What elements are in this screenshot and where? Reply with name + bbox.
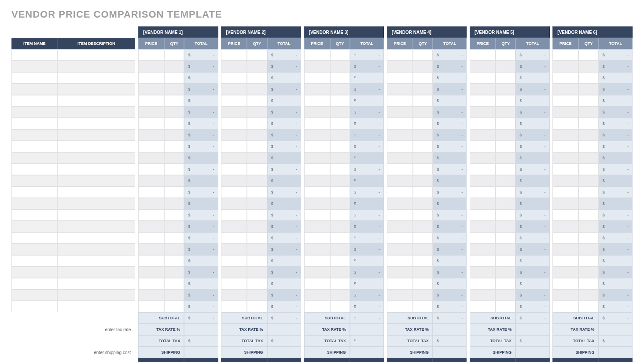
- price-cell[interactable]: [470, 198, 496, 209]
- qty-cell[interactable]: [247, 106, 267, 118]
- price-cell[interactable]: [552, 232, 578, 244]
- qty-cell[interactable]: [578, 95, 598, 106]
- price-cell[interactable]: [387, 106, 413, 118]
- item-description-cell[interactable]: [57, 141, 135, 152]
- price-cell[interactable]: [387, 164, 413, 175]
- qty-cell[interactable]: [247, 118, 267, 129]
- qty-cell[interactable]: [247, 244, 267, 255]
- price-cell[interactable]: [387, 255, 413, 267]
- price-cell[interactable]: [304, 244, 330, 255]
- qty-cell[interactable]: [330, 49, 350, 61]
- item-description-cell[interactable]: [57, 301, 135, 312]
- price-cell[interactable]: [138, 84, 164, 95]
- summary-value[interactable]: [267, 347, 301, 358]
- qty-cell[interactable]: [496, 61, 515, 72]
- qty-cell[interactable]: [578, 289, 598, 301]
- item-name-cell[interactable]: [11, 186, 57, 198]
- qty-cell[interactable]: [330, 84, 350, 95]
- qty-cell[interactable]: [164, 106, 184, 118]
- price-cell[interactable]: [552, 278, 578, 289]
- price-cell[interactable]: [138, 72, 164, 84]
- qty-cell[interactable]: [578, 152, 598, 164]
- qty-cell[interactable]: [330, 244, 350, 255]
- qty-cell[interactable]: [330, 232, 350, 244]
- price-cell[interactable]: [304, 278, 330, 289]
- price-cell[interactable]: [304, 72, 330, 84]
- summary-value[interactable]: [515, 324, 549, 335]
- item-description-cell[interactable]: [57, 267, 135, 278]
- price-cell[interactable]: [304, 164, 330, 175]
- summary-value[interactable]: [515, 347, 549, 358]
- price-cell[interactable]: [387, 221, 413, 232]
- qty-cell[interactable]: [330, 289, 350, 301]
- price-cell[interactable]: [387, 129, 413, 141]
- price-cell[interactable]: [221, 301, 247, 312]
- qty-cell[interactable]: [247, 221, 267, 232]
- price-cell[interactable]: [552, 72, 578, 84]
- item-description-cell[interactable]: [57, 255, 135, 267]
- price-cell[interactable]: [552, 61, 578, 72]
- price-cell[interactable]: [552, 84, 578, 95]
- qty-cell[interactable]: [330, 141, 350, 152]
- qty-cell[interactable]: [413, 267, 433, 278]
- price-cell[interactable]: [470, 244, 496, 255]
- price-cell[interactable]: [470, 289, 496, 301]
- price-cell[interactable]: [552, 175, 578, 186]
- qty-cell[interactable]: [330, 175, 350, 186]
- price-cell[interactable]: [304, 221, 330, 232]
- qty-cell[interactable]: [247, 301, 267, 312]
- item-description-cell[interactable]: [57, 118, 135, 129]
- qty-cell[interactable]: [164, 164, 184, 175]
- price-cell[interactable]: [387, 61, 413, 72]
- qty-cell[interactable]: [164, 141, 184, 152]
- price-cell[interactable]: [552, 209, 578, 221]
- qty-cell[interactable]: [496, 152, 515, 164]
- price-cell[interactable]: [552, 198, 578, 209]
- item-description-cell[interactable]: [57, 49, 135, 61]
- qty-cell[interactable]: [578, 232, 598, 244]
- qty-cell[interactable]: [413, 49, 433, 61]
- qty-cell[interactable]: [330, 198, 350, 209]
- qty-cell[interactable]: [413, 255, 433, 267]
- price-cell[interactable]: [304, 198, 330, 209]
- qty-cell[interactable]: [496, 141, 515, 152]
- price-cell[interactable]: [304, 49, 330, 61]
- price-cell[interactable]: [552, 129, 578, 141]
- price-cell[interactable]: [470, 164, 496, 175]
- item-name-cell[interactable]: [11, 61, 57, 72]
- price-cell[interactable]: [304, 255, 330, 267]
- qty-cell[interactable]: [247, 49, 267, 61]
- price-cell[interactable]: [138, 232, 164, 244]
- price-cell[interactable]: [304, 301, 330, 312]
- item-description-cell[interactable]: [57, 198, 135, 209]
- summary-value[interactable]: [433, 347, 467, 358]
- qty-cell[interactable]: [578, 72, 598, 84]
- qty-cell[interactable]: [413, 84, 433, 95]
- item-name-cell[interactable]: [11, 49, 57, 61]
- qty-cell[interactable]: [578, 267, 598, 278]
- qty-cell[interactable]: [578, 61, 598, 72]
- qty-cell[interactable]: [413, 118, 433, 129]
- qty-cell[interactable]: [247, 278, 267, 289]
- price-cell[interactable]: [387, 244, 413, 255]
- qty-cell[interactable]: [330, 129, 350, 141]
- price-cell[interactable]: [221, 289, 247, 301]
- qty-cell[interactable]: [496, 255, 515, 267]
- qty-cell[interactable]: [247, 141, 267, 152]
- price-cell[interactable]: [552, 95, 578, 106]
- item-description-cell[interactable]: [57, 95, 135, 106]
- qty-cell[interactable]: [578, 209, 598, 221]
- qty-cell[interactable]: [247, 198, 267, 209]
- item-name-cell[interactable]: [11, 221, 57, 232]
- item-name-cell[interactable]: [11, 95, 57, 106]
- qty-cell[interactable]: [247, 95, 267, 106]
- price-cell[interactable]: [387, 84, 413, 95]
- qty-cell[interactable]: [496, 84, 515, 95]
- qty-cell[interactable]: [413, 289, 433, 301]
- price-cell[interactable]: [304, 152, 330, 164]
- qty-cell[interactable]: [247, 209, 267, 221]
- price-cell[interactable]: [221, 164, 247, 175]
- qty-cell[interactable]: [247, 255, 267, 267]
- price-cell[interactable]: [304, 84, 330, 95]
- price-cell[interactable]: [552, 221, 578, 232]
